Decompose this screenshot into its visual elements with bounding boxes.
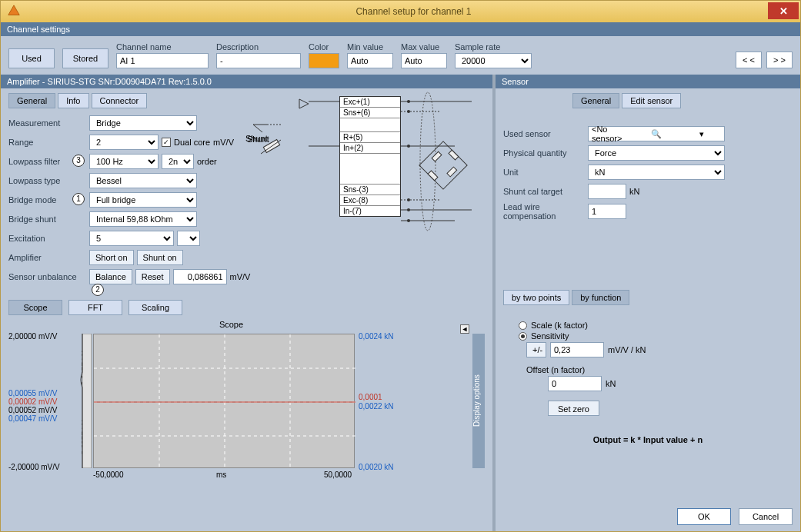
scope-title: Scope bbox=[8, 320, 454, 329]
close-button[interactable]: ✕ bbox=[768, 2, 799, 19]
window: Channel setup for channel 1 ✕ Channel se… bbox=[0, 0, 801, 532]
unbalance-unit: mV/V bbox=[230, 272, 251, 281]
svg-point-13 bbox=[407, 208, 410, 211]
scaling-panel: by two points by function Scale (k facto… bbox=[496, 284, 800, 502]
r-mid1: 0,0001 bbox=[359, 393, 382, 401]
left-column: Amplifier - SIRIUS-STG SNr:D00904DA71 Re… bbox=[1, 75, 492, 531]
stored-button[interactable]: Stored bbox=[62, 48, 108, 68]
svg-point-9 bbox=[407, 100, 410, 103]
bridge-mode-select[interactable]: Full bridge bbox=[89, 192, 197, 208]
excitation-unit-select[interactable]: V bbox=[177, 231, 200, 246]
svg-point-10 bbox=[407, 110, 410, 113]
tab-edit-sensor[interactable]: Edit sensor bbox=[622, 93, 681, 108]
y-mid-c: 0,00052 mV/V bbox=[8, 406, 57, 414]
amplifier-header: Amplifier - SIRIUS-STG SNr:D00904DA71 Re… bbox=[1, 75, 492, 88]
max-input[interactable] bbox=[401, 53, 447, 68]
max-label: Max value bbox=[401, 42, 447, 52]
tab-sensor-general[interactable]: General bbox=[572, 93, 619, 108]
phys-qty-select[interactable]: Force bbox=[588, 145, 725, 161]
lead-wire-input[interactable] bbox=[588, 204, 626, 219]
sign-toggle-button[interactable]: +/- bbox=[526, 342, 546, 357]
tab-connector[interactable]: Connector bbox=[92, 93, 148, 108]
set-zero-button[interactable]: Set zero bbox=[548, 401, 599, 416]
tab-scope[interactable]: Scope bbox=[8, 300, 62, 315]
dualcore-label: Dual core bbox=[174, 138, 210, 147]
lowpass-filter-select[interactable]: 100 Hz bbox=[89, 154, 159, 169]
description-col: Description bbox=[216, 42, 301, 68]
svg-rect-21 bbox=[428, 171, 438, 181]
close-icon: ✕ bbox=[779, 5, 788, 17]
description-label: Description bbox=[216, 42, 301, 52]
excitation-label: Excitation bbox=[8, 234, 89, 243]
unit-select[interactable]: kN bbox=[588, 165, 725, 180]
bridge-shunt-select[interactable]: Internal 59,88 kOhm bbox=[89, 211, 197, 227]
channel-settings-header: Channel settings bbox=[1, 22, 800, 36]
balance-button[interactable]: Balance bbox=[89, 269, 132, 284]
shunt-label: Shunt bbox=[245, 134, 268, 143]
sample-rate-col: Sample rate 20000 bbox=[455, 42, 532, 68]
y-mid-b: 0,00002 mV/V bbox=[8, 397, 57, 406]
measurement-select[interactable]: Bridge bbox=[89, 115, 197, 131]
scope-area: Scope FFT Scaling ◄ Scope 2,00000 mV/V -… bbox=[1, 295, 492, 531]
shunt-cal-input[interactable] bbox=[588, 184, 626, 199]
tab-info[interactable]: Info bbox=[58, 93, 88, 108]
window-title: Channel setup for channel 1 bbox=[27, 6, 800, 17]
x-left: -50,0000 bbox=[93, 470, 123, 479]
r-bot: 0,0020 kN bbox=[359, 463, 394, 471]
measurement-label: Measurement bbox=[8, 118, 89, 128]
range-select[interactable]: 2 bbox=[89, 135, 159, 150]
collapse-handle[interactable]: ◄ bbox=[460, 324, 469, 334]
wiring-diagram: Exc+(1) Sns+(6) R+(5) In+(2) Sns-(3) Exc… bbox=[278, 88, 478, 242]
radio-sensitivity[interactable] bbox=[519, 332, 527, 341]
channel-name-label: Channel name bbox=[116, 42, 209, 52]
channel-name-input[interactable] bbox=[116, 53, 209, 68]
excitation-select[interactable]: 5 bbox=[89, 231, 174, 246]
used-sensor-select[interactable]: <No sensor> 🔍 ▾ bbox=[588, 126, 725, 141]
color-swatch[interactable] bbox=[309, 53, 339, 68]
tab-by-function[interactable]: by function bbox=[572, 290, 629, 305]
y-mid-d: 0,00047 mV/V bbox=[8, 414, 57, 423]
shunt-cal-unit: kN bbox=[629, 187, 639, 196]
cancel-button[interactable]: Cancel bbox=[739, 508, 793, 525]
channel-name-col: Channel name bbox=[116, 42, 209, 68]
used-sensor-label: Used sensor bbox=[503, 129, 588, 138]
dualcore-checkbox[interactable]: ✓ bbox=[162, 138, 171, 147]
unit-label: Unit bbox=[503, 168, 588, 177]
side-gauge bbox=[76, 334, 93, 468]
display-options[interactable]: Display options bbox=[472, 334, 485, 468]
scope-canvas[interactable] bbox=[93, 334, 355, 468]
tab-two-points[interactable]: by two points bbox=[503, 290, 569, 305]
offset-input[interactable] bbox=[548, 376, 602, 391]
bridge-icon bbox=[416, 138, 470, 192]
lowpass-type-select[interactable]: Bessel bbox=[89, 173, 197, 188]
min-col: Min value bbox=[347, 42, 393, 68]
shunt-on-button[interactable]: Shunt on bbox=[137, 250, 183, 265]
unbalance-value[interactable] bbox=[173, 269, 227, 284]
tab-fft[interactable]: FFT bbox=[68, 300, 122, 315]
tab-scaling[interactable]: Scaling bbox=[128, 300, 182, 315]
used-button[interactable]: Used bbox=[8, 48, 55, 68]
reset-button[interactable]: Reset bbox=[135, 269, 170, 284]
lowpass-order-select[interactable]: 2nd bbox=[162, 154, 194, 169]
short-on-button[interactable]: Short on bbox=[89, 250, 134, 265]
color-col: Color bbox=[309, 42, 339, 68]
description-input[interactable] bbox=[216, 53, 301, 68]
annotation-1: 1 bbox=[72, 193, 85, 205]
ok-button[interactable]: OK bbox=[677, 508, 731, 525]
sensitivity-input[interactable] bbox=[550, 342, 604, 357]
min-input[interactable] bbox=[347, 53, 393, 68]
sensitivity-unit: mV/V / kN bbox=[608, 345, 646, 354]
output-formula: Output = k * Input value + n bbox=[503, 435, 793, 444]
phys-qty-label: Physical quantity bbox=[503, 148, 588, 158]
radio-scale[interactable] bbox=[519, 321, 527, 330]
next-button[interactable]: > > bbox=[766, 52, 793, 68]
prev-button[interactable]: < < bbox=[736, 52, 762, 68]
sample-rate-label: Sample rate bbox=[455, 42, 532, 52]
tab-general[interactable]: General bbox=[8, 93, 55, 108]
sample-rate-select[interactable]: 20000 bbox=[455, 53, 532, 68]
titlebar: Channel setup for channel 1 ✕ bbox=[1, 1, 800, 22]
min-label: Min value bbox=[347, 42, 393, 52]
color-label: Color bbox=[309, 42, 339, 52]
max-col: Max value bbox=[401, 42, 447, 68]
r-top: 0,0024 kN bbox=[359, 332, 394, 341]
